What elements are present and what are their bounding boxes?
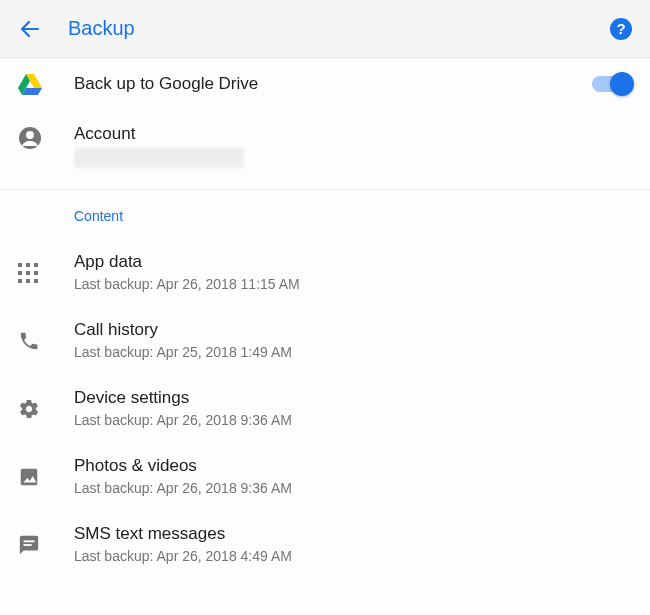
content-item-photos-videos[interactable]: Photos & videos Last backup: Apr 26, 201… <box>0 442 650 510</box>
content-item-title: App data <box>74 252 632 272</box>
svg-rect-14 <box>21 469 38 486</box>
apps-grid-icon <box>18 263 38 283</box>
toggle-knob <box>610 72 634 96</box>
backup-to-drive-label: Back up to Google Drive <box>74 74 592 94</box>
svg-point-4 <box>26 131 34 139</box>
phone-icon <box>18 330 40 352</box>
page-title: Backup <box>68 17 135 40</box>
content-item-title: SMS text messages <box>74 524 632 544</box>
backup-settings-screen: Backup ? Back up to Google Drive <box>0 0 650 615</box>
content-item-call-history[interactable]: Call history Last backup: Apr 25, 2018 1… <box>0 306 650 374</box>
backup-toggle[interactable] <box>592 76 632 92</box>
help-icon: ? <box>616 20 625 37</box>
content-item-device-settings[interactable]: Device settings Last backup: Apr 26, 201… <box>0 374 650 442</box>
content-item-subtitle: Last backup: Apr 25, 2018 1:49 AM <box>74 344 632 360</box>
content-item-title: Device settings <box>74 388 632 408</box>
svg-rect-13 <box>34 279 38 283</box>
help-button[interactable]: ? <box>610 18 632 40</box>
svg-rect-10 <box>34 271 38 275</box>
account-row[interactable]: Account <box>0 110 650 185</box>
arrow-left-icon <box>18 17 42 41</box>
backup-to-drive-row: Back up to Google Drive <box>0 58 650 110</box>
app-header: Backup ? <box>0 0 650 58</box>
message-icon <box>18 534 40 556</box>
svg-rect-8 <box>18 271 22 275</box>
svg-rect-11 <box>18 279 22 283</box>
svg-rect-9 <box>26 271 30 275</box>
account-value <box>74 148 632 171</box>
content-item-app-data[interactable]: App data Last backup: Apr 26, 2018 11:15… <box>0 238 650 306</box>
google-drive-icon <box>18 74 42 96</box>
svg-rect-5 <box>18 263 22 267</box>
gear-icon <box>18 398 40 420</box>
svg-rect-16 <box>24 540 35 542</box>
content-item-subtitle: Last backup: Apr 26, 2018 4:49 AM <box>74 548 632 564</box>
content-item-sms[interactable]: SMS text messages Last backup: Apr 26, 2… <box>0 510 650 578</box>
account-icon <box>18 126 42 150</box>
content-item-subtitle: Last backup: Apr 26, 2018 11:15 AM <box>74 276 632 292</box>
content-item-subtitle: Last backup: Apr 26, 2018 9:36 AM <box>74 412 632 428</box>
section-divider <box>0 189 650 190</box>
svg-rect-12 <box>26 279 30 283</box>
content-item-title: Call history <box>74 320 632 340</box>
content-section-label: Content <box>0 194 650 238</box>
svg-rect-6 <box>26 263 30 267</box>
account-label: Account <box>74 124 632 144</box>
svg-rect-7 <box>34 263 38 267</box>
content-item-title: Photos & videos <box>74 456 632 476</box>
image-icon <box>18 466 40 488</box>
back-button[interactable] <box>18 17 42 41</box>
content-item-subtitle: Last backup: Apr 26, 2018 9:36 AM <box>74 480 632 496</box>
svg-rect-17 <box>24 544 32 546</box>
